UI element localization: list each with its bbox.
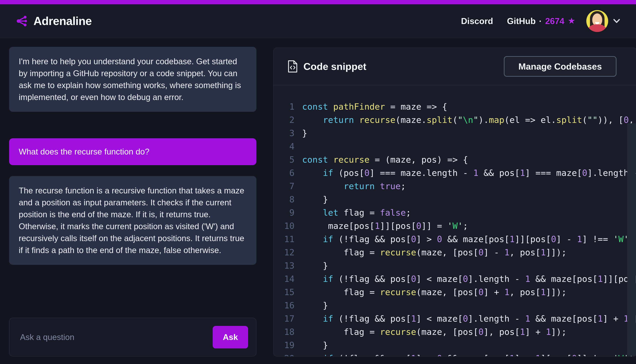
- brand-logo-icon: [16, 15, 28, 27]
- code-line-text: if (!flag && pos[1] < maze[0].length - 1…: [294, 312, 636, 325]
- code-editor[interactable]: 1const pathFinder = maze => {2 return re…: [274, 86, 636, 356]
- code-line: 3}: [274, 126, 636, 140]
- code-line-text: if (!flag && pos[1] > 0 && maze[pos[1] -…: [294, 352, 636, 356]
- code-line-text: return true;: [294, 180, 406, 193]
- nav-link-discord[interactable]: Discord: [461, 16, 493, 26]
- line-number: 14: [274, 272, 294, 286]
- code-line-text: }: [294, 338, 328, 352]
- code-line: 17 if (!flag && pos[1] < maze[0].length …: [274, 312, 636, 325]
- code-line-text: }: [294, 299, 328, 312]
- code-line-text: return recurse(maze.split("\n").map(el =…: [294, 113, 636, 126]
- code-line: 5const recurse = (maze, pos) => {: [274, 153, 636, 166]
- line-number: 20: [274, 352, 294, 356]
- chevron-down-icon[interactable]: [613, 18, 620, 24]
- line-number: 18: [274, 325, 294, 338]
- brand-name: Adrenaline: [34, 14, 92, 28]
- line-number: 12: [274, 246, 294, 259]
- top-accent-bar: [0, 0, 636, 4]
- code-line-text: }: [294, 126, 307, 140]
- nav-link-github[interactable]: GitHub: [507, 16, 536, 26]
- code-line-text: }: [294, 259, 328, 272]
- answer-message: The recurse function is a recursive func…: [9, 176, 256, 265]
- line-number: 7: [274, 180, 294, 193]
- code-line-text: const pathFinder = maze => {: [294, 100, 447, 113]
- line-number: 2: [274, 113, 294, 126]
- github-separator: ·: [539, 16, 542, 26]
- code-line-text: if (!flag && pos[0] > 0 && maze[pos[1]][…: [294, 232, 636, 246]
- line-number: 9: [274, 206, 294, 219]
- code-panel-header: Code snippet Manage Codebases: [274, 48, 636, 85]
- brand[interactable]: Adrenaline: [16, 14, 92, 28]
- code-line-text: if (pos[0] === maze.length - 1 && pos[1]…: [294, 166, 636, 180]
- code-line-text: }: [294, 193, 328, 206]
- code-line-text: flag = recurse(maze, [pos[0], pos[1] + 1…: [294, 325, 566, 338]
- code-line-text: const recurse = (maze, pos) => {: [294, 153, 468, 166]
- code-line: 4: [274, 140, 636, 153]
- panel-title-group: Code snippet: [288, 60, 366, 72]
- code-file-icon: [288, 60, 298, 72]
- code-line-text: flag = recurse(maze, [pos[0] - 1, pos[1]…: [294, 246, 566, 259]
- code-line: 12 flag = recurse(maze, [pos[0] - 1, pos…: [274, 246, 636, 259]
- code-line: 2 return recurse(maze.split("\n").map(el…: [274, 113, 636, 126]
- star-icon: ★: [568, 16, 576, 25]
- line-number: 8: [274, 193, 294, 206]
- line-number: 16: [274, 299, 294, 312]
- code-line: 18 flag = recurse(maze, [pos[0], pos[1] …: [274, 325, 636, 338]
- code-line: 14 if (!flag && pos[0] < maze[0].length …: [274, 272, 636, 286]
- code-line: 16 }: [274, 299, 636, 312]
- code-line: 15 flag = recurse(maze, [pos[0] + 1, pos…: [274, 286, 636, 299]
- code-line: 6 if (pos[0] === maze.length - 1 && pos[…: [274, 166, 636, 180]
- code-line: 20 if (!flag && pos[1] > 0 && maze[pos[1…: [274, 352, 636, 356]
- ask-button[interactable]: Ask: [213, 326, 248, 348]
- avatar[interactable]: [586, 10, 608, 32]
- code-line: 13 }: [274, 259, 636, 272]
- line-number: 5: [274, 153, 294, 166]
- code-line: 19 }: [274, 338, 636, 352]
- intro-message: I'm here to help you understand your cod…: [9, 47, 256, 112]
- question-bubble: What does the recurse function do?: [9, 138, 256, 165]
- code-line: 7 return true;: [274, 180, 636, 193]
- code-scrollbar[interactable]: [627, 124, 636, 356]
- nav-bar: Adrenaline Discord GitHub · 2674 ★: [0, 4, 636, 38]
- code-line: 10 maze[pos[1]][pos[0]] = 'W';: [274, 219, 636, 232]
- app-root: Adrenaline Discord GitHub · 2674 ★: [0, 0, 636, 364]
- line-number: 15: [274, 286, 294, 299]
- line-number: 1: [274, 100, 294, 113]
- line-number: 17: [274, 312, 294, 325]
- code-line: 1const pathFinder = maze => {: [274, 100, 636, 113]
- code-line-text: maze[pos[1]][pos[0]] = 'W';: [294, 219, 468, 232]
- manage-codebases-button[interactable]: Manage Codebases: [504, 56, 616, 77]
- code-line-text: [294, 140, 302, 153]
- ask-form: Ask: [9, 318, 256, 356]
- code-lines: 1const pathFinder = maze => {2 return re…: [274, 86, 636, 356]
- nav-links: Discord GitHub · 2674 ★: [461, 10, 620, 32]
- line-number: 4: [274, 140, 294, 153]
- line-number: 19: [274, 338, 294, 352]
- code-snippet-panel: Code snippet Manage Codebases 1const pat…: [273, 48, 636, 356]
- line-number: 3: [274, 126, 294, 140]
- github-star-count[interactable]: 2674: [545, 16, 564, 26]
- line-number: 11: [274, 232, 294, 246]
- panel-title: Code snippet: [304, 61, 366, 72]
- code-line: 9 let flag = false;: [274, 206, 636, 219]
- line-number: 6: [274, 166, 294, 180]
- code-line-text: if (!flag && pos[0] < maze[0].length - 1…: [294, 272, 636, 286]
- github-link-group: GitHub · 2674 ★: [507, 16, 576, 26]
- code-line-text: let flag = false;: [294, 206, 411, 219]
- line-number: 13: [274, 259, 294, 272]
- question-bubble-text: What does the recurse function do?: [19, 146, 150, 158]
- code-line: 8 }: [274, 193, 636, 206]
- question-input[interactable]: [20, 332, 213, 342]
- line-number: 10: [274, 219, 294, 232]
- code-line-text: flag = recurse(maze, [pos[0] + 1, pos[1]…: [294, 286, 566, 299]
- code-line: 11 if (!flag && pos[0] > 0 && maze[pos[1…: [274, 232, 636, 246]
- answer-message-text: The recurse function is a recursive func…: [19, 185, 247, 256]
- intro-message-text: I'm here to help you understand your cod…: [19, 56, 247, 103]
